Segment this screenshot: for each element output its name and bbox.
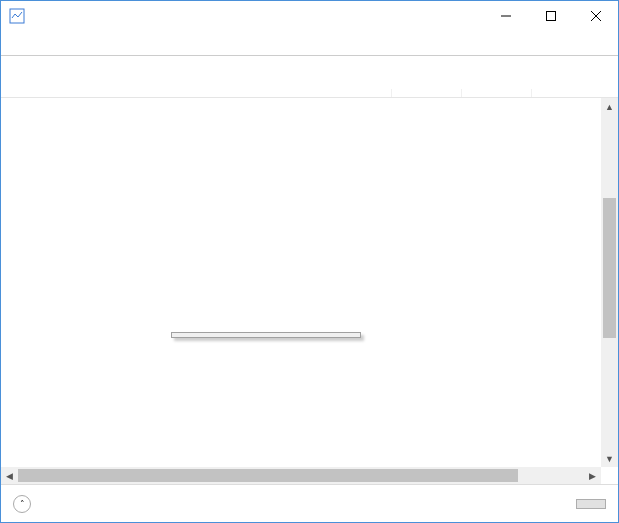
scroll-thumb[interactable] [603,198,616,338]
column-header-memory[interactable] [461,89,531,97]
scroll-right-arrow[interactable]: ▶ [584,467,601,484]
chevron-up-icon: ˄ [13,495,31,513]
brief-info-toggle[interactable]: ˄ [13,495,576,513]
scroll-down-arrow[interactable]: ▼ [601,450,618,467]
process-list: ▲ ▼ ◀ ▶ [1,98,618,484]
maximize-button[interactable] [528,1,573,31]
scroll-up-arrow[interactable]: ▲ [601,98,618,115]
svg-rect-2 [546,12,555,21]
app-icon [9,8,25,24]
horizontal-scrollbar[interactable]: ◀ ▶ [1,467,601,484]
column-header-status[interactable] [311,89,391,97]
task-manager-window: ▲ ▼ ◀ ▶ ˄ [0,0,619,523]
menu-file[interactable] [5,40,17,44]
column-header-disk[interactable] [531,89,601,97]
menu-bar [1,31,618,53]
menu-options[interactable] [19,40,31,44]
vertical-scrollbar[interactable]: ▲ ▼ [601,98,618,467]
footer-bar: ˄ [1,484,618,522]
close-button[interactable] [573,1,618,31]
column-header-cpu[interactable] [391,89,461,97]
window-controls [483,1,618,31]
context-menu [171,332,361,338]
column-header-name[interactable] [1,89,311,97]
scroll-left-arrow[interactable]: ◀ [1,467,18,484]
end-task-button[interactable] [576,499,606,509]
column-header-row [1,56,618,98]
title-bar[interactable] [1,1,618,31]
hscroll-thumb[interactable] [18,469,518,482]
minimize-button[interactable] [483,1,528,31]
menu-view[interactable] [33,40,45,44]
